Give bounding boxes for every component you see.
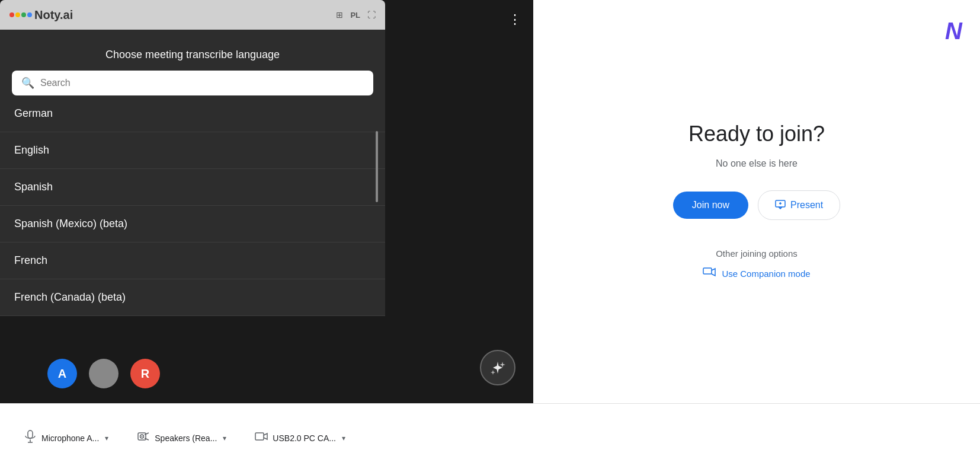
bottom-toolbar: Microphone A... ▾ Speakers (Rea... ▾ USB… (0, 403, 980, 472)
speakers-label: Speakers (Rea... (155, 433, 217, 443)
language-item-english[interactable]: English (0, 132, 385, 169)
fullscreen-icon[interactable]: ⛶ (367, 10, 376, 20)
speakers-control[interactable]: Speakers (Rea... ▾ (137, 430, 226, 446)
no-one-text: No one else is here (716, 158, 798, 169)
speakers-icon (137, 430, 150, 446)
dot-blue (27, 12, 32, 17)
present-icon (775, 199, 786, 212)
microphone-control[interactable]: Microphone A... ▾ (24, 430, 108, 446)
present-button[interactable]: Present (758, 190, 840, 220)
speakers-arrow-icon[interactable]: ▾ (223, 434, 226, 442)
noty-header: Noty.ai ⊞ PL ⛶ (0, 0, 385, 30)
language-item-spanish[interactable]: Spanish (0, 169, 385, 206)
avatar-red: R (130, 359, 160, 388)
video-avatars: A R (47, 359, 160, 388)
language-item-spanish-mexico[interactable]: Spanish (Mexico) (beta) (0, 206, 385, 243)
language-search-box[interactable]: 🔍 (12, 71, 373, 95)
dot-green (21, 12, 26, 17)
scrollbar-thumb[interactable] (376, 131, 378, 202)
microphone-label: Microphone A... (41, 433, 99, 443)
camera-arrow-icon[interactable]: ▾ (342, 434, 345, 442)
language-item-french[interactable]: French (0, 243, 385, 279)
join-now-button[interactable]: Join now (673, 192, 748, 219)
present-label: Present (790, 200, 823, 211)
grid-icon[interactable]: ⊞ (336, 10, 343, 20)
language-list: German English Spanish Spanish (Mexico) … (0, 95, 385, 316)
other-options-label: Other joining options (716, 248, 798, 259)
noty-logo: Noty.ai (9, 8, 73, 22)
companion-icon (703, 266, 716, 282)
companion-mode-link[interactable]: Use Companion mode (703, 266, 810, 282)
noty-panel-title: Choose meeting transcribe language (12, 39, 373, 71)
language-item-french-canada[interactable]: French (Canada) (beta) (0, 279, 385, 316)
right-panel: Ready to join? No one else is here Join … (533, 0, 980, 403)
noty-header-icons: ⊞ PL ⛶ (336, 10, 376, 20)
svg-rect-1 (703, 268, 712, 274)
search-icon: 🔍 (21, 76, 34, 90)
dot-yellow (15, 12, 20, 17)
video-area: ⋮ A R (0, 0, 533, 403)
avatar-blue: A (47, 359, 77, 388)
svg-rect-2 (28, 430, 33, 438)
ready-title: Ready to join? (688, 122, 825, 146)
camera-control[interactable]: USB2.0 PC CA... ▾ (255, 430, 345, 446)
language-item-german[interactable]: German (0, 95, 385, 132)
language-search-input[interactable] (40, 78, 364, 88)
companion-mode-label: Use Companion mode (722, 269, 810, 279)
noty-logo-text: Noty.ai (34, 8, 73, 22)
noty-logo-dots (9, 12, 32, 17)
video-menu-icon[interactable]: ⋮ (508, 12, 521, 27)
microphone-icon (24, 430, 37, 446)
avatar-mic (89, 359, 119, 388)
dot-red (9, 12, 14, 17)
microphone-arrow-icon[interactable]: ▾ (105, 434, 108, 442)
noty-panel: Noty.ai ⊞ PL ⛶ Choose meeting transcribe… (0, 0, 385, 316)
join-buttons: Join now Present (673, 190, 840, 220)
svg-rect-10 (255, 433, 264, 440)
pl-icon[interactable]: PL (350, 11, 360, 20)
top-right-n-icon: N (945, 18, 962, 44)
svg-point-7 (142, 436, 143, 437)
camera-icon (255, 430, 268, 446)
camera-label: USB2.0 PC CA... (273, 433, 336, 443)
sparkles-button[interactable] (480, 350, 515, 385)
noty-language-panel: Choose meeting transcribe language 🔍 (0, 30, 385, 95)
